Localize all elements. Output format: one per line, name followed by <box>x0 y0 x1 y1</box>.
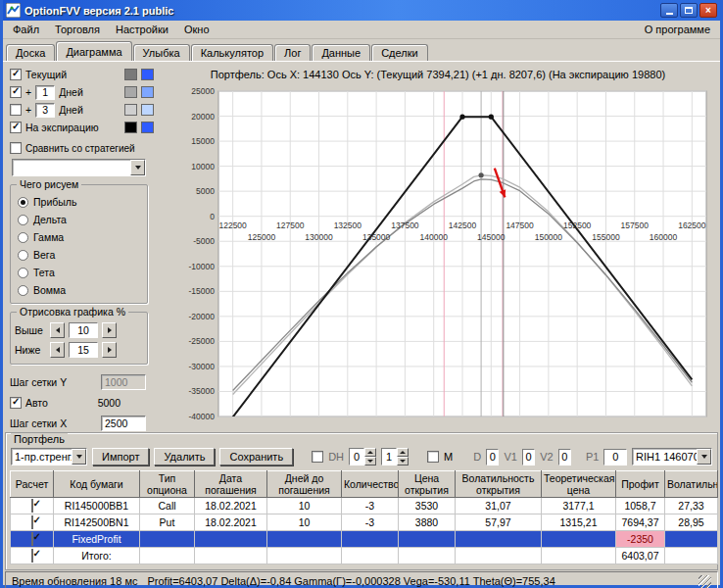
col-days[interactable]: Дней до погашения <box>267 471 342 498</box>
plus1day-input[interactable]: 1 <box>35 85 55 100</box>
draw-mode-group-title: Чего рисуем <box>17 178 81 190</box>
table-row-total[interactable]: Итого: 6403,07 <box>11 548 718 564</box>
range-below-input[interactable]: 15 <box>69 342 98 358</box>
tab-diagramma[interactable]: Диаграмма <box>56 41 131 61</box>
tab-dannye[interactable]: Данные <box>312 44 370 61</box>
spinner-down-button[interactable] <box>397 457 409 466</box>
strategy-select-value: 1-пр.стренгл <box>12 451 72 463</box>
expiration-series-swatch-2[interactable] <box>141 122 154 133</box>
delete-button[interactable]: Удалить <box>154 448 215 466</box>
expiration-series-label: На экспирацию <box>25 122 99 133</box>
col-profit[interactable]: Профит <box>616 471 665 498</box>
radio-theta[interactable] <box>18 268 28 278</box>
col-qty[interactable]: Количество <box>342 471 399 498</box>
row-calc-checkbox[interactable] <box>31 532 33 546</box>
expiration-series-swatch-1[interactable] <box>124 122 137 133</box>
dh-spinner-1[interactable]: 0 <box>349 448 376 466</box>
v1-field-input[interactable]: 0 <box>522 449 535 466</box>
svg-text:-15000: -15000 <box>189 286 216 296</box>
dh-spinner-2-value: 1 <box>381 448 397 466</box>
svg-text:162500: 162500 <box>678 220 706 230</box>
auto-grid-checkbox[interactable] <box>10 397 22 409</box>
range-above-decrease-button[interactable] <box>50 322 65 338</box>
menu-trade[interactable]: Торговля <box>47 22 108 37</box>
radio-delta[interactable] <box>18 215 28 225</box>
cell-type <box>140 548 195 564</box>
range-below-decrease-button[interactable] <box>50 342 65 358</box>
col-type[interactable]: Тип опциона <box>140 471 195 498</box>
d-field-input[interactable]: 0 <box>486 449 499 466</box>
menu-about[interactable]: О программе <box>637 22 718 37</box>
minimize-button[interactable] <box>660 3 678 18</box>
spinner-up-button[interactable] <box>397 448 409 457</box>
col-open-price[interactable]: Цена открытия <box>399 471 456 498</box>
tab-ulybka[interactable]: Улыбка <box>133 44 190 61</box>
radio-vega[interactable] <box>18 250 28 261</box>
menu-settings[interactable]: Настройки <box>108 22 176 37</box>
tab-kalkulyator[interactable]: Калькулятор <box>191 44 273 61</box>
menu-file[interactable]: Файл <box>5 22 47 37</box>
col-code[interactable]: Код бумаги <box>54 471 140 498</box>
close-button[interactable]: × <box>699 3 717 18</box>
col-open-vol[interactable]: Волатильность открытия <box>456 471 542 498</box>
plus1day-checkbox[interactable] <box>10 86 22 98</box>
spinner-up-button[interactable] <box>364 448 376 457</box>
compare-strategy-checkbox[interactable] <box>10 142 22 154</box>
p1-field-input[interactable]: 0 <box>603 449 627 466</box>
v2-field-input[interactable]: 0 <box>558 449 571 466</box>
plus3day-checkbox[interactable] <box>10 104 22 116</box>
svg-text:-5000: -5000 <box>193 236 215 246</box>
range-above-increase-button[interactable] <box>102 322 117 338</box>
col-theor-price[interactable]: Теоретическая цена <box>542 471 616 498</box>
range-above-input[interactable]: 10 <box>69 322 98 338</box>
compare-strategy-select[interactable] <box>12 159 146 176</box>
range-below-increase-button[interactable] <box>102 342 117 358</box>
maximize-button[interactable] <box>680 3 698 18</box>
current-series-checkbox[interactable] <box>10 69 22 80</box>
svg-text:20000: 20000 <box>191 112 215 122</box>
spinner-down-button[interactable] <box>364 457 376 466</box>
cell-profit: 7694,37 <box>616 514 665 531</box>
strategy-select[interactable]: 1-пр.стренгл <box>11 448 87 466</box>
tab-log[interactable]: Лог <box>274 44 311 61</box>
plus1day-swatch-2[interactable] <box>141 86 154 98</box>
svg-text:132500: 132500 <box>334 220 362 230</box>
m-checkbox[interactable] <box>427 451 439 463</box>
current-series-swatch-1[interactable] <box>124 69 137 80</box>
instrument-select-dropdown-button[interactable] <box>697 449 711 465</box>
tab-doska[interactable]: Доска <box>6 44 55 61</box>
strategy-select-dropdown-button[interactable] <box>72 449 86 465</box>
svg-text:125000: 125000 <box>248 232 276 242</box>
row-calc-checkbox[interactable] <box>31 515 33 529</box>
table-row[interactable]: RI145000BB1 Call 18.02.2021 10 -3 3530 3… <box>11 498 718 514</box>
grid-step-y-input[interactable]: 1000 <box>101 374 146 390</box>
table-row-selected[interactable]: FixedProfit -2350 <box>11 531 718 548</box>
plus3day-input[interactable]: 3 <box>35 103 55 118</box>
dh-checkbox[interactable] <box>312 451 323 463</box>
expiration-series-checkbox[interactable] <box>10 122 22 133</box>
radio-vomma[interactable] <box>18 285 28 296</box>
cell-theor-price: 3177,1 <box>542 498 616 514</box>
plus3day-swatch-2[interactable] <box>141 104 154 116</box>
payoff-chart[interactable]: 2500020000150001000050000-5000-10000-150… <box>175 83 712 424</box>
grid-step-x-input[interactable]: 2500 <box>101 416 146 431</box>
col-raschet[interactable]: Расчет <box>11 471 54 498</box>
save-button[interactable]: Сохранить <box>219 448 293 466</box>
dh-spinner-2[interactable]: 1 <box>381 448 409 466</box>
compare-strategy-dropdown-button[interactable] <box>130 160 145 175</box>
table-row[interactable]: RI142500BN1 Put 18.02.2021 10 -3 3880 57… <box>11 514 718 531</box>
radio-profit[interactable] <box>18 197 28 208</box>
radio-gamma[interactable] <box>18 232 28 243</box>
current-series-swatch-2[interactable] <box>141 69 154 80</box>
import-button[interactable]: Импорт <box>92 448 149 466</box>
row-calc-checkbox[interactable] <box>31 499 33 513</box>
resize-grip[interactable] <box>699 575 711 588</box>
tab-sdelki[interactable]: Сделки <box>371 44 428 61</box>
plus3day-swatch-1[interactable] <box>124 104 137 116</box>
instrument-select[interactable]: RIH1 146070 <box>632 448 712 466</box>
col-expiry[interactable]: Дата погашения <box>195 471 267 498</box>
menu-window[interactable]: Окно <box>176 22 217 37</box>
col-vol[interactable]: Волатильность <box>665 471 718 498</box>
plus1day-swatch-1[interactable] <box>124 86 137 98</box>
row-calc-checkbox[interactable] <box>31 549 33 563</box>
